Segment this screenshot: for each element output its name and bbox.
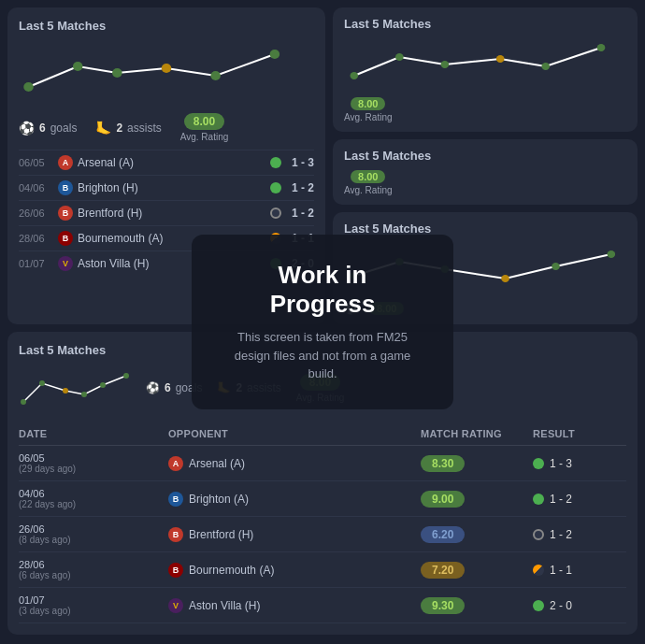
result-dot <box>533 600 544 611</box>
svg-point-13 <box>395 258 404 265</box>
svg-point-18 <box>21 399 26 405</box>
table-row: 06/05 (29 days ago) A Arsenal (A) 8.30 1… <box>19 446 626 481</box>
svg-point-14 <box>441 265 450 273</box>
svg-point-15 <box>501 275 509 282</box>
svg-point-6 <box>350 72 358 79</box>
svg-point-7 <box>395 53 404 61</box>
match-row: 01/07 V Aston Villa (H) 2 - 0 <box>19 250 314 276</box>
arsenal-badge: A <box>58 155 73 170</box>
svg-point-19 <box>39 380 45 386</box>
avg-rating-display2: 8.00 Avg. Rating <box>344 170 393 195</box>
svg-point-5 <box>270 50 280 59</box>
svg-point-21 <box>81 392 87 397</box>
result-dot-loss <box>270 208 281 219</box>
svg-point-3 <box>162 64 172 73</box>
top-left-chart <box>19 40 314 106</box>
svg-point-17 <box>608 250 616 258</box>
brighton-badge: B <box>168 492 183 507</box>
arsenal-badge: A <box>168 456 183 471</box>
result-dot-win <box>270 258 281 269</box>
villa-badge: V <box>58 256 73 271</box>
result-dot-draw <box>270 233 281 244</box>
result-dot <box>533 529 544 540</box>
svg-point-0 <box>23 82 34 92</box>
svg-point-10 <box>541 63 550 70</box>
goals-stat-sm: ⚽ <box>344 302 358 315</box>
svg-point-12 <box>350 272 358 279</box>
match-row: 28/06 B Bournemouth (A) 1 - 1 <box>19 225 314 250</box>
result-dot <box>533 565 544 576</box>
svg-point-20 <box>63 388 68 394</box>
brighton-badge: B <box>58 180 73 195</box>
avg-rating-stat: 8.00 Avg. Rating <box>180 113 229 142</box>
top-right-area: Last 5 Matches 8.00 Avg. Rating Last 5 M… <box>333 7 638 324</box>
svg-point-9 <box>496 55 505 63</box>
top-right-top-card: Last 5 Matches 8.00 Avg. Rating <box>333 7 638 132</box>
svg-point-11 <box>597 44 606 51</box>
result-dot <box>533 494 544 505</box>
brentford-badge: B <box>168 527 183 542</box>
top-left-card: Last 5 Matches ⚽ 6 goals 🦶 2 <box>7 7 325 324</box>
svg-point-8 <box>441 61 450 68</box>
svg-point-1 <box>73 62 83 71</box>
result-dot-win <box>270 157 281 168</box>
match-row: 04/06 B Brighton (H) 1 - 2 <box>19 175 314 200</box>
bottom-stats-row: ⚽ 6 goals 🦶 2 assists 8.00 Avg. Rating <box>19 365 626 411</box>
top-left-match-list: 06/05 A Arsenal (A) 1 - 3 04/06 B Bright… <box>19 150 314 276</box>
bournemouth-badge: B <box>168 563 183 578</box>
bottom-card: Last 5 Matches ⚽ 6 goals 🦶 2 assist <box>7 332 638 635</box>
bottom-avg: 8.00 Avg. Rating <box>296 374 345 403</box>
svg-point-2 <box>112 68 122 78</box>
assists-stat: 🦶 2 assists <box>95 121 161 136</box>
svg-point-4 <box>210 71 221 80</box>
villa-badge: V <box>168 598 183 613</box>
table-row: 26/06 (8 days ago) B Brentford (H) 6.20 … <box>19 517 626 552</box>
boot-icon: 🦶 <box>95 121 111 136</box>
goals-stat: ⚽ 6 goals <box>19 121 77 136</box>
avg-rating-display: 8.00 Avg. Rating <box>344 97 393 122</box>
table-row: 01/07 (3 days ago) V Aston Villa (H) 9.3… <box>19 588 626 623</box>
top-left-stats: ⚽ 6 goals 🦶 2 assists 8.00 Avg. Rating <box>19 113 314 142</box>
table-row: 04/06 (22 days ago) B Brighton (A) 9.00 … <box>19 481 626 517</box>
svg-point-22 <box>100 382 106 388</box>
top-right-chart-card: Last 5 Matches ⚽ 8.00 <box>333 212 638 324</box>
result-dot-win <box>270 182 281 193</box>
bournemouth-badge: B <box>58 231 73 246</box>
table-header: Date Opponent Match Rating Result <box>19 422 626 446</box>
svg-point-16 <box>552 263 560 270</box>
match-row: 26/06 B Brentford (H) 1 - 2 <box>19 200 314 225</box>
result-dot <box>533 458 544 469</box>
bottom-assists: 🦶 2 assists <box>217 381 280 394</box>
svg-point-23 <box>123 373 129 379</box>
top-left-title: Last 5 Matches <box>19 19 314 33</box>
avg-rating-sm: 8.00 <box>369 302 404 315</box>
match-row: 06/05 A Arsenal (A) 1 - 3 <box>19 150 314 175</box>
brentford-badge: B <box>58 206 73 221</box>
bottom-goals: ⚽ 6 goals <box>146 381 202 394</box>
top-right-middle-card: Last 5 Matches 8.00 Avg. Rating <box>333 139 638 205</box>
table-row: 28/06 (6 days ago) B Bournemouth (A) 7.2… <box>19 552 626 588</box>
ball-icon: ⚽ <box>19 121 35 136</box>
